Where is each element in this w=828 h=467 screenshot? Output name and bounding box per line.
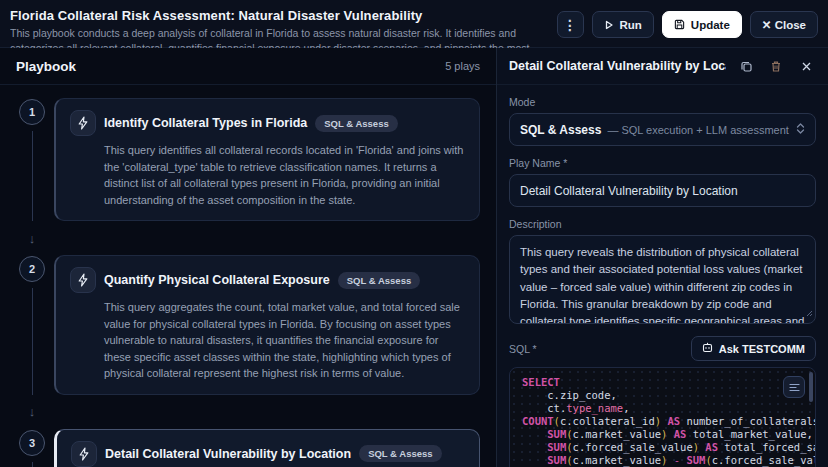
play-card[interactable]: Detail Collateral Vulnerability by Locat… [54, 429, 480, 467]
playbook-step: 1 Identify Collateral Types in Florida S… [10, 98, 482, 221]
play-editor-title: Detail Collateral Vulnerability by Locat… [509, 59, 726, 73]
playbook-panel: Playbook 5 plays 1 Identify Collateral T… [0, 48, 496, 467]
close-button[interactable]: ✕ Close [750, 11, 818, 38]
lightning-icon [70, 110, 96, 136]
play-editor-header: Detail Collateral Vulnerability by Locat… [497, 48, 828, 85]
page-title: Florida Collateral Risk Assessment: Natu… [10, 8, 549, 23]
sql-header-row: SQL * Ask TESTCOMM [509, 336, 816, 361]
playbook-steps: 1 Identify Collateral Types in Florida S… [0, 85, 496, 467]
ask-testcomm-button[interactable]: Ask TESTCOMM [691, 336, 816, 361]
update-button-label: Update [691, 19, 730, 31]
step-connector-line [32, 288, 33, 395]
sql-label: SQL * [509, 343, 537, 355]
play-name-label: Play Name * [509, 157, 816, 169]
play-card[interactable]: Quantify Physical Collateral Exposure SQ… [54, 255, 480, 395]
play-mode-badge: SQL & Assess [359, 445, 441, 462]
playbook-step: 3 Detail Collateral Vulnerability by Loc… [10, 429, 482, 467]
mode-label: Mode [509, 96, 816, 108]
step-number: 2 [19, 256, 45, 282]
sql-code-editor[interactable]: SELECT c.zip_code, ct.type_name,COUNT(c.… [509, 367, 816, 467]
play-card-header: Quantify Physical Collateral Exposure SQ… [70, 267, 465, 293]
play-icon [604, 20, 614, 30]
delete-play-button[interactable] [766, 56, 786, 76]
code-scrollbar[interactable] [809, 372, 813, 402]
step-number: 1 [19, 99, 45, 125]
play-editor-form: Mode SQL & Assess — SQL execution + LLM … [497, 85, 828, 467]
play-card[interactable]: Identify Collateral Types in Florida SQL… [54, 98, 480, 221]
playbook-panel-header: Playbook 5 plays [0, 48, 496, 85]
step-number: 3 [19, 430, 45, 456]
play-description: This query aggregates the count, total m… [104, 299, 465, 382]
step-rail: 3 [10, 429, 54, 467]
play-title: Quantify Physical Collateral Exposure [104, 273, 330, 287]
main-content: Playbook 5 plays 1 Identify Collateral T… [0, 48, 828, 467]
plays-count: 5 plays [445, 60, 480, 72]
step-connector: ↓ [10, 395, 482, 429]
run-button-label: Run [620, 19, 642, 31]
app-window: Florida Collateral Risk Assessment: Natu… [0, 0, 828, 467]
step-connector-line [32, 462, 33, 467]
step-rail: 1 [10, 98, 54, 221]
kebab-menu-button[interactable]: ⋮ [557, 11, 584, 38]
arrow-down-icon: ↓ [10, 404, 54, 419]
play-title: Detail Collateral Vulnerability by Locat… [105, 447, 351, 461]
sql-code: SELECT c.zip_code, ct.type_name,COUNT(c.… [510, 368, 815, 467]
play-editor-panel: Detail Collateral Vulnerability by Locat… [496, 48, 828, 467]
update-button[interactable]: Update [662, 11, 742, 38]
lightning-icon [70, 267, 96, 293]
play-name-input[interactable] [509, 174, 816, 207]
step-connector-line [32, 131, 33, 221]
chevron-updown-icon [796, 122, 805, 138]
playbook-panel-title: Playbook [16, 59, 76, 74]
mode-hint: — SQL execution + LLM assessment [607, 124, 790, 136]
description-label: Description [509, 218, 816, 230]
play-mode-badge: SQL & Assess [315, 115, 397, 132]
play-description: This query identifies all collateral rec… [104, 142, 465, 208]
play-mode-badge: SQL & Assess [338, 272, 420, 289]
step-connector: ↓ [10, 221, 482, 255]
header-actions: ⋮ Run Update ✕ Close [557, 8, 819, 38]
mode-value: SQL & Assess [520, 123, 601, 137]
play-card-header: Identify Collateral Types in Florida SQL… [70, 110, 465, 136]
resize-handle[interactable] [806, 303, 813, 321]
lightning-icon [71, 441, 97, 467]
format-sql-button[interactable] [783, 376, 805, 398]
duplicate-play-button[interactable] [736, 56, 756, 76]
ask-testcomm-label: Ask TESTCOMM [719, 343, 805, 355]
step-rail: 2 [10, 255, 54, 395]
playbook-step: 2 Quantify Physical Collateral Exposure … [10, 255, 482, 395]
ai-assistant-icon [702, 342, 713, 355]
mode-select[interactable]: SQL & Assess — SQL execution + LLM asses… [509, 113, 816, 146]
description-textarea[interactable]: This query reveals the distribution of p… [509, 235, 816, 324]
play-card-header: Detail Collateral Vulnerability by Locat… [71, 441, 465, 467]
save-icon [674, 19, 685, 30]
close-panel-icon[interactable] [796, 56, 816, 76]
play-title: Identify Collateral Types in Florida [104, 116, 307, 130]
arrow-down-icon: ↓ [10, 231, 54, 246]
run-button[interactable]: Run [592, 11, 654, 38]
header-bar: Florida Collateral Risk Assessment: Natu… [0, 0, 828, 48]
